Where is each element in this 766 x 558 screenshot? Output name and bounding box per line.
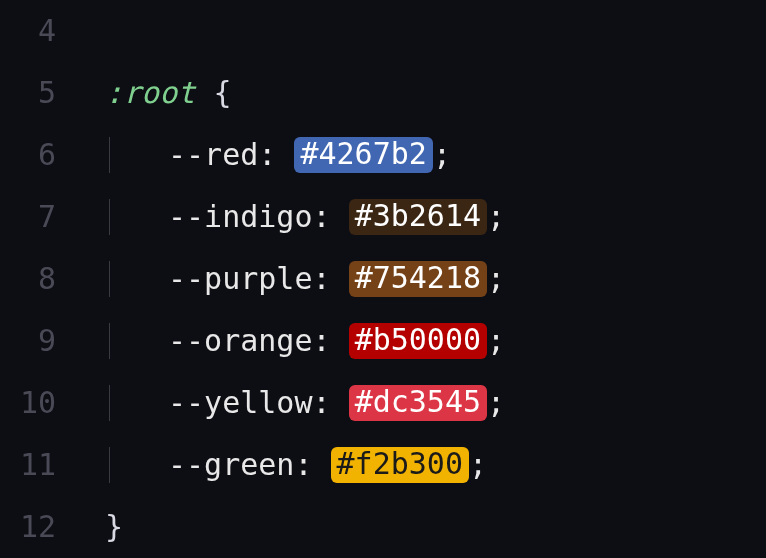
css-property: --green [168, 450, 294, 480]
semicolon: ; [487, 388, 505, 418]
colon: : [258, 140, 294, 170]
color-swatch[interactable]: #dc3545 [349, 385, 487, 421]
color-swatch[interactable]: #f2b300 [331, 447, 469, 483]
code-line[interactable]: 4 [0, 0, 766, 62]
code-line[interactable]: 5 :root { [0, 62, 766, 124]
css-property: --purple [168, 264, 313, 294]
code-line[interactable]: 11--green: #f2b300; [0, 434, 766, 496]
code-line[interactable]: 6--red: #4267b2; [0, 124, 766, 186]
line-number: 9 [0, 326, 70, 356]
brace-close: } [105, 512, 123, 542]
indent-guide [109, 137, 110, 173]
line-number: 11 [0, 450, 70, 480]
selector-colon: : [105, 78, 123, 108]
line-number: 4 [0, 16, 70, 46]
indent-guide [109, 323, 110, 359]
colon: : [313, 264, 349, 294]
semicolon: ; [487, 264, 505, 294]
colon: : [313, 326, 349, 356]
code-line[interactable]: 10--yellow: #dc3545; [0, 372, 766, 434]
selector-name: root [123, 78, 195, 108]
code-editor[interactable]: 4 5 :root { 6--red: #4267b2;7--indigo: #… [0, 0, 766, 558]
semicolon: ; [469, 450, 487, 480]
color-swatch[interactable]: #3b2614 [349, 199, 487, 235]
color-swatch[interactable]: #754218 [349, 261, 487, 297]
line-number: 6 [0, 140, 70, 170]
code-line[interactable]: 12 } [0, 496, 766, 558]
indent-guide [109, 199, 110, 235]
colon: : [313, 202, 349, 232]
css-property: --yellow [168, 388, 313, 418]
brace-open: { [213, 78, 231, 108]
color-swatch[interactable]: #b50000 [349, 323, 487, 359]
line-number: 5 [0, 78, 70, 108]
color-swatch[interactable]: #4267b2 [294, 137, 432, 173]
code-line[interactable]: 9--orange: #b50000; [0, 310, 766, 372]
colon: : [313, 388, 349, 418]
semicolon: ; [487, 326, 505, 356]
indent-guide [109, 447, 110, 483]
semicolon: ; [433, 140, 451, 170]
code-line[interactable]: 7--indigo: #3b2614; [0, 186, 766, 248]
colon: : [294, 450, 330, 480]
code-line[interactable]: 8--purple: #754218; [0, 248, 766, 310]
line-number: 7 [0, 202, 70, 232]
line-number: 8 [0, 264, 70, 294]
indent-guide [109, 261, 110, 297]
line-number: 12 [0, 512, 70, 542]
css-property: --red [168, 140, 258, 170]
css-property: --indigo [168, 202, 313, 232]
line-number: 10 [0, 388, 70, 418]
indent-guide [109, 385, 110, 421]
css-property: --orange [168, 326, 313, 356]
semicolon: ; [487, 202, 505, 232]
